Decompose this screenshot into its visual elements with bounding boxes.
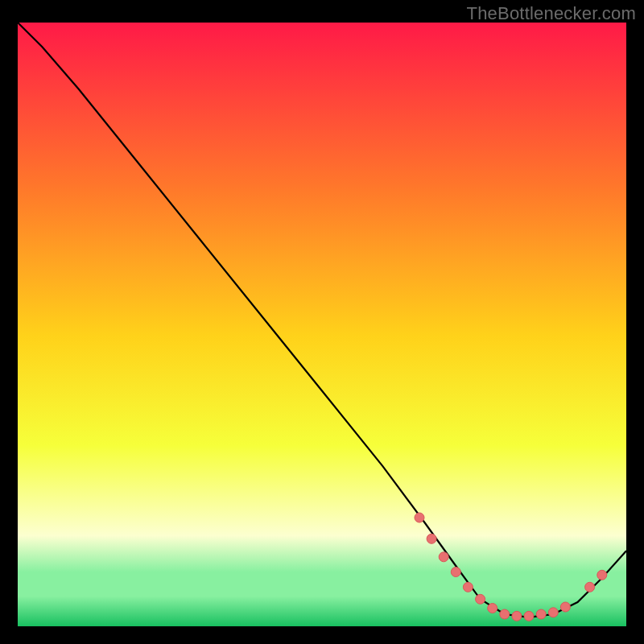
highlight-dot [560,602,570,612]
highlight-dot [585,582,595,592]
highlight-dot [500,609,510,619]
highlight-dot [415,513,424,522]
chart-frame: TheBottlenecker.com [0,0,644,644]
gradient-background [18,23,626,626]
attribution-text: TheBottlenecker.com [467,3,636,24]
highlight-dot [427,534,436,543]
chart-svg [18,23,626,626]
highlight-dot [597,570,607,580]
gradient-plot [18,23,626,626]
highlight-dot [536,609,546,619]
highlight-dot [439,552,448,562]
highlight-dot [463,582,473,592]
highlight-dot [512,611,522,621]
highlight-dot [524,611,534,621]
highlight-dot [548,608,558,617]
highlight-dot [451,568,460,577]
highlight-dot [488,604,497,613]
highlight-dot [476,594,485,604]
